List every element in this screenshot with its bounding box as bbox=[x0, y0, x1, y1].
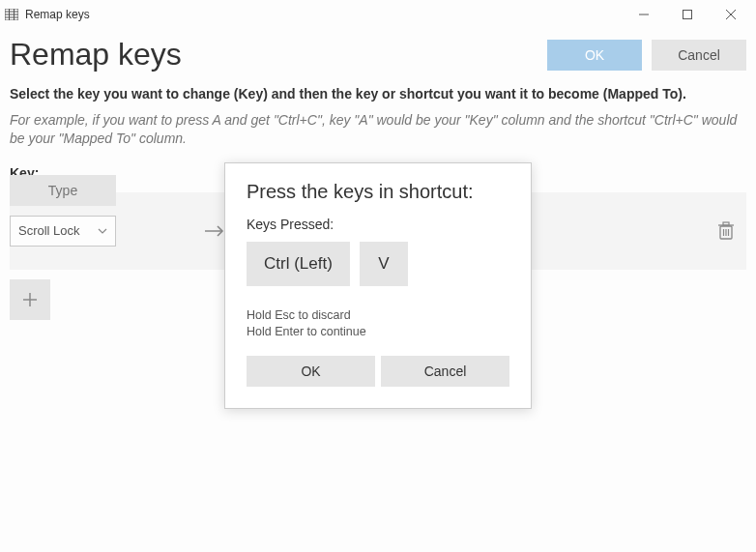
chevron-down-icon bbox=[98, 228, 107, 234]
svg-rect-7 bbox=[683, 11, 691, 19]
delete-row-button[interactable] bbox=[717, 221, 735, 241]
titlebar: Remap keys bbox=[0, 0, 756, 29]
hint-esc: Hold Esc to discard bbox=[247, 307, 509, 324]
minimize-button[interactable] bbox=[622, 0, 665, 29]
ok-button[interactable]: OK bbox=[547, 40, 642, 71]
page-title: Remap keys bbox=[10, 37, 182, 73]
window-controls bbox=[622, 0, 752, 29]
cancel-button[interactable]: Cancel bbox=[652, 40, 746, 71]
dialog-title: Press the keys in shortcut: bbox=[247, 181, 509, 203]
app-icon bbox=[4, 7, 19, 22]
key-select[interactable]: Scroll Lock bbox=[10, 216, 116, 247]
key-select-value: Scroll Lock bbox=[18, 223, 80, 238]
header: Remap keys OK Cancel bbox=[0, 29, 756, 86]
shortcut-capture-dialog: Press the keys in shortcut: Keys Pressed… bbox=[224, 162, 532, 409]
hint-enter: Hold Enter to continue bbox=[247, 324, 509, 340]
instructions-heading: Select the key you want to change (Key) … bbox=[10, 86, 746, 102]
key-chip: V bbox=[360, 242, 408, 286]
dialog-ok-button[interactable]: OK bbox=[247, 356, 375, 387]
instructions-example: For example, if you want to press A and … bbox=[10, 111, 746, 148]
svg-rect-16 bbox=[723, 222, 729, 225]
close-button[interactable] bbox=[709, 0, 752, 29]
maximize-button[interactable] bbox=[665, 0, 709, 29]
window-title: Remap keys bbox=[25, 8, 90, 21]
pressed-keys: Ctrl (Left) V bbox=[247, 242, 509, 286]
type-button[interactable]: Type bbox=[10, 175, 116, 206]
arrow-right-icon bbox=[203, 223, 226, 239]
dialog-hints: Hold Esc to discard Hold Enter to contin… bbox=[247, 307, 509, 340]
add-row-button[interactable] bbox=[10, 279, 50, 320]
key-chip: Ctrl (Left) bbox=[247, 242, 350, 286]
keys-pressed-label: Keys Pressed: bbox=[247, 217, 509, 232]
dialog-cancel-button[interactable]: Cancel bbox=[381, 356, 509, 387]
